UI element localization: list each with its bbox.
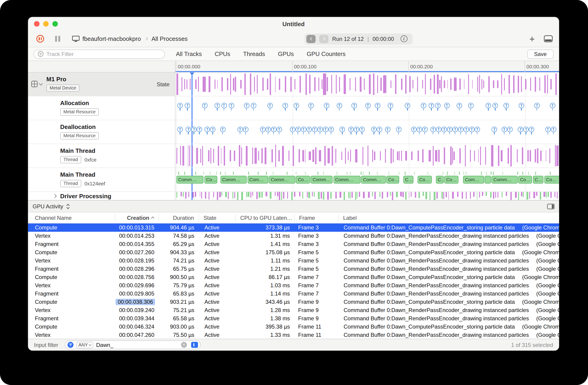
pause-button[interactable] <box>55 36 60 42</box>
close-button[interactable] <box>34 21 40 27</box>
clear-filter-button[interactable]: × <box>181 342 187 348</box>
green-tick <box>337 172 337 175</box>
chevron-down-icon[interactable] <box>39 82 43 86</box>
table-row[interactable]: Fragment 00:00.039.344 65.58 µs Active 1… <box>28 314 559 323</box>
table-row[interactable]: Vertex 00:00.039.240 75.21 µs Active 1.2… <box>28 306 559 314</box>
t-marker: T <box>545 127 550 132</box>
column-header-duration[interactable]: Duration <box>159 214 199 221</box>
t-marker: T <box>243 127 248 132</box>
event-bar <box>418 151 419 161</box>
table-row[interactable]: Vertex 00:00.028.195 74.21 µs Active 1.1… <box>28 256 559 265</box>
info-icon[interactable]: i <box>400 35 407 42</box>
tab-threads[interactable]: Threads <box>243 51 265 57</box>
event-bar <box>341 152 342 160</box>
track-canvas-main-thread-0xfce[interactable] <box>175 144 559 168</box>
table-row[interactable]: Fragment 00:00.028.296 65.75 µs Active 1… <box>28 265 559 273</box>
table-row[interactable]: Compute 00:00.046.324 903.00 µs Active 3… <box>28 323 559 331</box>
tab-gpu-counters[interactable]: GPU Counters <box>307 51 345 57</box>
chevron-right-icon[interactable] <box>53 194 57 198</box>
column-header-frame[interactable]: Frame <box>294 214 338 221</box>
track-driver-processing[interactable]: Driver Processing <box>28 192 559 200</box>
table-row[interactable]: Compute 00:00.028.756 900.50 µs Active 8… <box>28 273 559 281</box>
filter-query-text[interactable]: Dawn_ <box>96 342 178 348</box>
cell-label: Command Buffer 0:Dawn_RenderPassEncoder_… <box>338 332 559 338</box>
add-instrument-button[interactable]: + <box>529 34 535 43</box>
cell-state: Active <box>199 299 236 305</box>
track-allocation[interactable]: Allocation Metal Resource TTTTTTTTTTTTTT… <box>28 96 559 120</box>
green-tick <box>517 172 518 175</box>
right-pane-toggle-button[interactable] <box>547 204 554 209</box>
thread-id: 0x124eef <box>84 181 105 186</box>
event-bar <box>372 192 373 196</box>
tab-gpus[interactable]: GPUs <box>278 51 294 57</box>
track-m1-pro[interactable]: M1 Pro Metal Device State <box>28 73 559 96</box>
tab-cpus[interactable]: CPUs <box>215 51 230 57</box>
track-main-thread-0xfce[interactable]: Main Thread Thread 0xfce <box>28 144 559 168</box>
table-row[interactable]: Fragment 00:00.029.805 65.83 µs Active 1… <box>28 289 559 298</box>
cell-cpu-to-gpu-latency: 1.28 ms <box>236 307 294 313</box>
green-tick <box>273 172 273 175</box>
detail-view-selector[interactable]: GPU Activity <box>33 203 70 210</box>
tab-all-tracks[interactable]: All Tracks <box>176 51 202 57</box>
event-bar <box>198 77 199 92</box>
event-bar <box>411 152 413 160</box>
event-bar <box>522 147 523 165</box>
event-bar <box>327 77 328 92</box>
event-bar <box>185 192 187 199</box>
table-row[interactable]: Compute 00:00.013.315 904.46 µs Active 3… <box>28 224 559 232</box>
event-bar <box>176 148 177 164</box>
track-canvas-driver-processing[interactable] <box>175 192 559 200</box>
token-field-toggle[interactable] <box>191 342 198 348</box>
event-bar <box>336 75 337 94</box>
record-button[interactable] <box>36 35 44 43</box>
t-marker: T <box>214 103 220 108</box>
t-marker: T <box>359 127 365 132</box>
t-marker: T <box>502 127 507 132</box>
event-bar <box>192 146 193 166</box>
event-bar <box>504 78 505 90</box>
title-bar[interactable]: Untitled <box>28 17 559 31</box>
green-tick <box>405 172 405 175</box>
bottom-pane-toggle-button[interactable] <box>544 35 553 42</box>
active-filter-icon[interactable] <box>67 342 73 348</box>
track-label-deallocation: Deallocation Metal Resource <box>28 120 175 144</box>
process-label: (Google Chrome He <box>522 299 559 305</box>
minimize-button[interactable] <box>43 21 49 27</box>
event-bar <box>441 192 443 199</box>
track-canvas-m1-pro-state[interactable] <box>175 73 559 96</box>
table-row[interactable]: Compute 00:00.038.306 903.21 µs Active 3… <box>28 298 559 306</box>
track-filter-input[interactable]: Track Filter <box>34 49 165 58</box>
column-header-creation[interactable]: Creation <box>115 214 159 221</box>
zoom-button[interactable] <box>52 21 58 27</box>
event-bar <box>302 150 304 161</box>
table-row[interactable]: Vertex 00:00.047.260 75.50 µs Active 1.3… <box>28 331 559 339</box>
column-header-state[interactable]: State <box>199 214 236 221</box>
table-row[interactable]: Vertex 00:00.029.696 75.79 µs Active 1.0… <box>28 281 559 289</box>
track-main-thread-0x124eef[interactable]: Main Thread Thread 0x124eef Comm…Co…Comm… <box>28 168 559 192</box>
interval-segment: Comm… <box>361 176 386 184</box>
next-run-button[interactable] <box>319 35 328 43</box>
save-button[interactable]: Save <box>527 49 554 58</box>
event-bar <box>355 149 357 162</box>
table-row[interactable]: Vertex 00:00.014.253 74.58 µs Active 1.3… <box>28 232 559 240</box>
column-header-channel-name[interactable]: Channel Name <box>28 214 115 221</box>
t-marker: T <box>221 103 227 108</box>
event-bar <box>444 80 445 88</box>
column-header-label[interactable]: Label <box>338 214 559 221</box>
table-row[interactable]: Compute 00:00.027.260 904.33 µs Active 1… <box>28 248 559 256</box>
input-filter-field[interactable]: ANY Dawn_ × <box>64 341 201 349</box>
track-deallocation[interactable]: Deallocation Metal Resource TTTTTTTTTTTT… <box>28 120 559 144</box>
previous-run-button[interactable] <box>306 35 315 43</box>
track-canvas-main-thread-0x124eef[interactable]: Comm…Co…Comm…Com…Comm…Co…Comm…Comm…Comm…… <box>175 168 559 191</box>
timeline-ruler[interactable]: 00:00.000 00:00.100 00:00.200 00:00.300 <box>28 61 559 73</box>
table-row[interactable]: Fragment 00:00.014.355 65.29 µs Active 1… <box>28 240 559 248</box>
column-header-cpu-to-gpu-latency[interactable]: CPU to GPU Laten… <box>236 214 294 221</box>
event-bar <box>479 75 480 94</box>
t-marker: T <box>317 127 323 132</box>
match-mode-dropdown[interactable]: ANY <box>76 342 93 348</box>
target-selector[interactable]: fbeaufort-macbookpro All Processes <box>72 35 188 42</box>
track-canvas-deallocation[interactable]: TTTTTTTTTTTTTTTTTTTTTTTTTTTTTTTTTTTTTTTT… <box>175 120 559 144</box>
track-canvas-allocation[interactable]: TTTTTTTTTTTTTTTTTTTTTTTTTTTTTTT <box>175 96 559 120</box>
cell-creation: 00:00.028.195 <box>115 257 159 264</box>
track-name: Main Thread <box>60 147 96 154</box>
